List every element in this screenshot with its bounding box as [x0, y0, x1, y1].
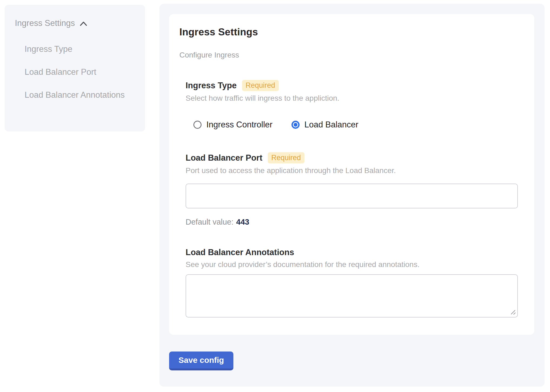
section-load-balancer-port: Load Balancer Port Required Port used to…	[186, 152, 518, 227]
radio-option-load-balancer[interactable]: Load Balancer	[291, 120, 358, 130]
radio-label-ingress-controller[interactable]: Ingress Controller	[206, 120, 273, 130]
sidebar-item-load-balancer-annotations[interactable]: Load Balancer Annotations	[25, 87, 133, 103]
radio-selected-icon[interactable]	[291, 121, 300, 129]
page-title: Ingress Settings	[179, 26, 518, 38]
radio-label-load-balancer[interactable]: Load Balancer	[304, 120, 358, 130]
ingress-type-description: Select how traffic will ingress to the a…	[186, 94, 518, 103]
lb-annotations-textarea-wrap	[186, 274, 518, 317]
ingress-settings-panel: Ingress Settings Configure Ingress Ingre…	[159, 4, 545, 387]
sidebar-item-load-balancer-port[interactable]: Load Balancer Port	[25, 64, 133, 80]
lb-port-label: Load Balancer Port	[186, 153, 262, 163]
ingress-settings-card: Ingress Settings Configure Ingress Ingre…	[169, 14, 534, 335]
radio-unselected-icon[interactable]	[193, 121, 202, 129]
lb-annotations-label: Load Balancer Annotations	[186, 248, 294, 257]
sidebar-item-ingress-type[interactable]: Ingress Type	[25, 41, 133, 57]
sidebar-item-list: Ingress Type Load Balancer Port Load Bal…	[25, 41, 133, 103]
ingress-type-label: Ingress Type	[186, 81, 237, 90]
chevron-up-icon	[80, 21, 87, 26]
settings-sidebar: Ingress Settings Ingress Type Load Balan…	[5, 5, 145, 131]
ingress-type-radio-group: Ingress Controller Load Balancer	[193, 120, 518, 130]
page-subtitle: Configure Ingress	[179, 51, 518, 59]
default-value-row: Default value:443	[186, 218, 518, 227]
sidebar-group-ingress-settings[interactable]: Ingress Settings	[15, 18, 137, 28]
load-balancer-annotations-textarea[interactable]	[186, 274, 518, 317]
load-balancer-port-input[interactable]	[186, 184, 518, 208]
required-badge: Required	[242, 80, 279, 91]
default-value-number: 443	[236, 218, 249, 226]
sidebar-group-label: Ingress Settings	[15, 18, 75, 28]
default-value-label: Default value:	[186, 218, 233, 226]
section-load-balancer-annotations: Load Balancer Annotations See your cloud…	[186, 248, 518, 317]
resize-handle-icon[interactable]	[509, 309, 516, 315]
radio-option-ingress-controller[interactable]: Ingress Controller	[193, 120, 273, 130]
section-ingress-type: Ingress Type Required Select how traffic…	[186, 80, 518, 130]
lb-annotations-description: See your cloud provider’s documentation …	[186, 260, 518, 269]
required-badge: Required	[268, 152, 304, 163]
lb-port-description: Port used to access the application thro…	[186, 166, 518, 175]
save-config-button[interactable]: Save config	[169, 352, 233, 370]
